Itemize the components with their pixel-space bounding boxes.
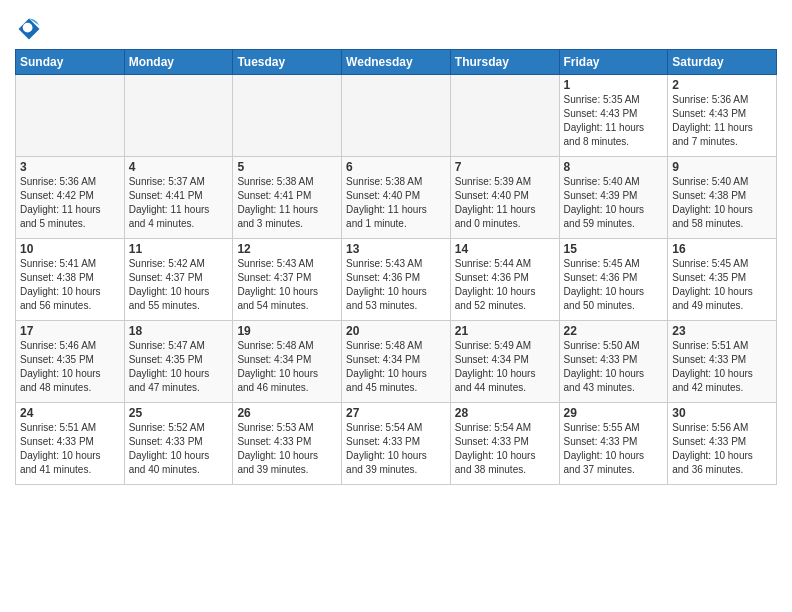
calendar-cell: 6 Sunrise: 5:38 AM Sunset: 4:40 PM Dayli… (342, 157, 451, 239)
week-row-3: 10 Sunrise: 5:41 AM Sunset: 4:38 PM Dayl… (16, 239, 777, 321)
calendar-cell: 28 Sunrise: 5:54 AM Sunset: 4:33 PM Dayl… (450, 403, 559, 485)
calendar-cell: 16 Sunrise: 5:45 AM Sunset: 4:35 PM Dayl… (668, 239, 777, 321)
logo (15, 15, 46, 43)
day-number: 7 (455, 160, 555, 174)
calendar-cell: 25 Sunrise: 5:52 AM Sunset: 4:33 PM Dayl… (124, 403, 233, 485)
calendar-cell (342, 75, 451, 157)
week-row-5: 24 Sunrise: 5:51 AM Sunset: 4:33 PM Dayl… (16, 403, 777, 485)
day-number: 5 (237, 160, 337, 174)
calendar-cell: 14 Sunrise: 5:44 AM Sunset: 4:36 PM Dayl… (450, 239, 559, 321)
day-number: 13 (346, 242, 446, 256)
day-info: Sunrise: 5:39 AM Sunset: 4:40 PM Dayligh… (455, 175, 555, 231)
day-number: 14 (455, 242, 555, 256)
day-number: 30 (672, 406, 772, 420)
day-number: 6 (346, 160, 446, 174)
day-number: 10 (20, 242, 120, 256)
day-info: Sunrise: 5:46 AM Sunset: 4:35 PM Dayligh… (20, 339, 120, 395)
day-info: Sunrise: 5:42 AM Sunset: 4:37 PM Dayligh… (129, 257, 229, 313)
calendar-cell: 26 Sunrise: 5:53 AM Sunset: 4:33 PM Dayl… (233, 403, 342, 485)
day-number: 1 (564, 78, 664, 92)
day-number: 18 (129, 324, 229, 338)
weekday-header-saturday: Saturday (668, 50, 777, 75)
day-info: Sunrise: 5:40 AM Sunset: 4:39 PM Dayligh… (564, 175, 664, 231)
calendar-cell: 13 Sunrise: 5:43 AM Sunset: 4:36 PM Dayl… (342, 239, 451, 321)
day-number: 25 (129, 406, 229, 420)
calendar-cell: 17 Sunrise: 5:46 AM Sunset: 4:35 PM Dayl… (16, 321, 125, 403)
day-number: 29 (564, 406, 664, 420)
day-number: 28 (455, 406, 555, 420)
day-info: Sunrise: 5:54 AM Sunset: 4:33 PM Dayligh… (455, 421, 555, 477)
day-info: Sunrise: 5:48 AM Sunset: 4:34 PM Dayligh… (237, 339, 337, 395)
weekday-header-tuesday: Tuesday (233, 50, 342, 75)
day-number: 16 (672, 242, 772, 256)
day-info: Sunrise: 5:40 AM Sunset: 4:38 PM Dayligh… (672, 175, 772, 231)
week-row-2: 3 Sunrise: 5:36 AM Sunset: 4:42 PM Dayli… (16, 157, 777, 239)
calendar-cell: 8 Sunrise: 5:40 AM Sunset: 4:39 PM Dayli… (559, 157, 668, 239)
day-number: 17 (20, 324, 120, 338)
calendar-table: SundayMondayTuesdayWednesdayThursdayFrid… (15, 49, 777, 485)
day-number: 3 (20, 160, 120, 174)
day-number: 2 (672, 78, 772, 92)
day-number: 9 (672, 160, 772, 174)
calendar-cell: 15 Sunrise: 5:45 AM Sunset: 4:36 PM Dayl… (559, 239, 668, 321)
calendar-cell: 23 Sunrise: 5:51 AM Sunset: 4:33 PM Dayl… (668, 321, 777, 403)
day-info: Sunrise: 5:36 AM Sunset: 4:42 PM Dayligh… (20, 175, 120, 231)
day-info: Sunrise: 5:45 AM Sunset: 4:36 PM Dayligh… (564, 257, 664, 313)
weekday-header-monday: Monday (124, 50, 233, 75)
day-info: Sunrise: 5:43 AM Sunset: 4:37 PM Dayligh… (237, 257, 337, 313)
calendar-cell: 27 Sunrise: 5:54 AM Sunset: 4:33 PM Dayl… (342, 403, 451, 485)
svg-point-0 (23, 23, 33, 33)
day-number: 8 (564, 160, 664, 174)
day-number: 19 (237, 324, 337, 338)
day-info: Sunrise: 5:38 AM Sunset: 4:40 PM Dayligh… (346, 175, 446, 231)
day-number: 15 (564, 242, 664, 256)
calendar-cell (450, 75, 559, 157)
day-number: 21 (455, 324, 555, 338)
calendar-cell: 29 Sunrise: 5:55 AM Sunset: 4:33 PM Dayl… (559, 403, 668, 485)
weekday-header-friday: Friday (559, 50, 668, 75)
week-row-1: 1 Sunrise: 5:35 AM Sunset: 4:43 PM Dayli… (16, 75, 777, 157)
day-info: Sunrise: 5:41 AM Sunset: 4:38 PM Dayligh… (20, 257, 120, 313)
day-number: 22 (564, 324, 664, 338)
day-number: 11 (129, 242, 229, 256)
day-number: 4 (129, 160, 229, 174)
day-info: Sunrise: 5:45 AM Sunset: 4:35 PM Dayligh… (672, 257, 772, 313)
calendar-cell: 30 Sunrise: 5:56 AM Sunset: 4:33 PM Dayl… (668, 403, 777, 485)
calendar-cell: 20 Sunrise: 5:48 AM Sunset: 4:34 PM Dayl… (342, 321, 451, 403)
calendar-cell: 19 Sunrise: 5:48 AM Sunset: 4:34 PM Dayl… (233, 321, 342, 403)
day-info: Sunrise: 5:56 AM Sunset: 4:33 PM Dayligh… (672, 421, 772, 477)
day-info: Sunrise: 5:49 AM Sunset: 4:34 PM Dayligh… (455, 339, 555, 395)
day-info: Sunrise: 5:53 AM Sunset: 4:33 PM Dayligh… (237, 421, 337, 477)
calendar-header-row: SundayMondayTuesdayWednesdayThursdayFrid… (16, 50, 777, 75)
day-number: 20 (346, 324, 446, 338)
day-number: 27 (346, 406, 446, 420)
day-info: Sunrise: 5:36 AM Sunset: 4:43 PM Dayligh… (672, 93, 772, 149)
header (15, 10, 777, 43)
day-info: Sunrise: 5:43 AM Sunset: 4:36 PM Dayligh… (346, 257, 446, 313)
day-info: Sunrise: 5:44 AM Sunset: 4:36 PM Dayligh… (455, 257, 555, 313)
week-row-4: 17 Sunrise: 5:46 AM Sunset: 4:35 PM Dayl… (16, 321, 777, 403)
calendar-cell: 7 Sunrise: 5:39 AM Sunset: 4:40 PM Dayli… (450, 157, 559, 239)
day-info: Sunrise: 5:48 AM Sunset: 4:34 PM Dayligh… (346, 339, 446, 395)
calendar-cell (233, 75, 342, 157)
day-number: 23 (672, 324, 772, 338)
page-container: SundayMondayTuesdayWednesdayThursdayFrid… (0, 0, 792, 490)
day-info: Sunrise: 5:55 AM Sunset: 4:33 PM Dayligh… (564, 421, 664, 477)
calendar-cell: 3 Sunrise: 5:36 AM Sunset: 4:42 PM Dayli… (16, 157, 125, 239)
day-info: Sunrise: 5:54 AM Sunset: 4:33 PM Dayligh… (346, 421, 446, 477)
weekday-header-wednesday: Wednesday (342, 50, 451, 75)
calendar-cell: 12 Sunrise: 5:43 AM Sunset: 4:37 PM Dayl… (233, 239, 342, 321)
calendar-cell: 1 Sunrise: 5:35 AM Sunset: 4:43 PM Dayli… (559, 75, 668, 157)
day-info: Sunrise: 5:51 AM Sunset: 4:33 PM Dayligh… (20, 421, 120, 477)
day-info: Sunrise: 5:37 AM Sunset: 4:41 PM Dayligh… (129, 175, 229, 231)
calendar-cell: 11 Sunrise: 5:42 AM Sunset: 4:37 PM Dayl… (124, 239, 233, 321)
day-info: Sunrise: 5:50 AM Sunset: 4:33 PM Dayligh… (564, 339, 664, 395)
calendar-cell: 24 Sunrise: 5:51 AM Sunset: 4:33 PM Dayl… (16, 403, 125, 485)
calendar-cell: 5 Sunrise: 5:38 AM Sunset: 4:41 PM Dayli… (233, 157, 342, 239)
calendar-cell: 10 Sunrise: 5:41 AM Sunset: 4:38 PM Dayl… (16, 239, 125, 321)
day-number: 24 (20, 406, 120, 420)
day-info: Sunrise: 5:52 AM Sunset: 4:33 PM Dayligh… (129, 421, 229, 477)
calendar-cell: 4 Sunrise: 5:37 AM Sunset: 4:41 PM Dayli… (124, 157, 233, 239)
calendar-cell: 21 Sunrise: 5:49 AM Sunset: 4:34 PM Dayl… (450, 321, 559, 403)
calendar-cell: 2 Sunrise: 5:36 AM Sunset: 4:43 PM Dayli… (668, 75, 777, 157)
